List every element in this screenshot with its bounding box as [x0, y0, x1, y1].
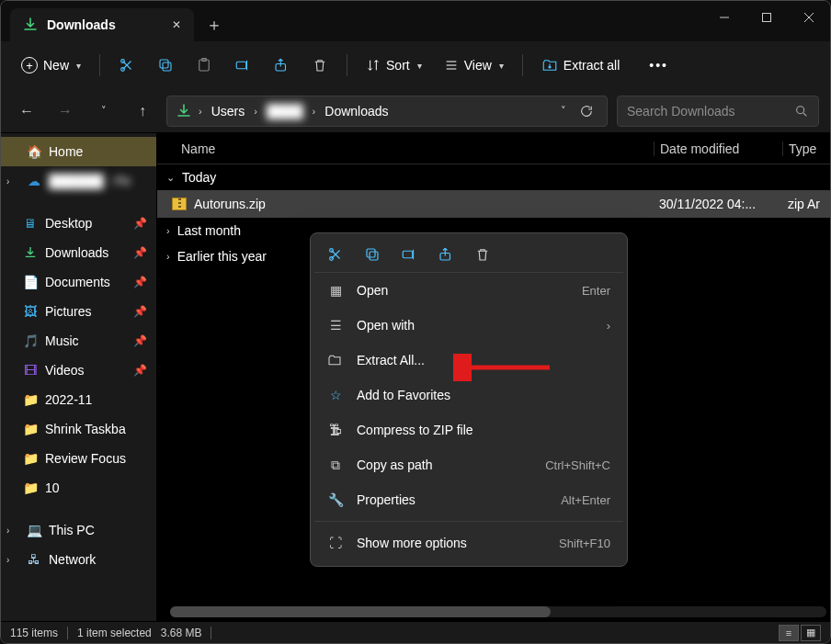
sidebar-item-documents[interactable]: 📄 Documents 📌 — [1, 267, 156, 297]
breadcrumb-user[interactable]: ████ — [261, 100, 309, 122]
chevron-down-icon: ▾ — [76, 61, 81, 71]
sort-button[interactable]: Sort ▾ — [357, 52, 431, 78]
scrollbar-thumb[interactable] — [170, 606, 551, 617]
close-window-button[interactable] — [788, 1, 830, 34]
sidebar-item-onedrive[interactable]: › ☁ ██████ - Pe — [1, 166, 156, 196]
star-icon: ☆ — [327, 388, 344, 402]
column-headers: Name Date modified Type — [157, 133, 830, 164]
ctx-extract-all[interactable]: Extract All... — [314, 343, 623, 378]
sidebar-item-pictures[interactable]: 🖼 Pictures 📌 — [1, 297, 156, 326]
more-button[interactable]: ••• — [640, 52, 677, 78]
music-icon: 🎵 — [23, 333, 38, 348]
open-icon: ▦ — [327, 283, 344, 298]
chevron-right-icon[interactable]: › — [199, 106, 202, 117]
chevron-right-icon[interactable]: › — [6, 525, 9, 536]
new-button[interactable]: + New ▾ — [12, 51, 90, 79]
chevron-down-icon[interactable]: ˅ — [561, 105, 566, 117]
sidebar-item-folder-1[interactable]: 📁 2022-11 — [1, 385, 156, 414]
column-date[interactable]: Date modified — [654, 141, 782, 156]
thumbnails-view-button[interactable]: ▦ — [801, 625, 821, 641]
chevron-right-icon: › — [607, 319, 610, 333]
new-tab-button[interactable]: ＋ — [198, 8, 231, 41]
tab-downloads[interactable]: Downloads ✕ — [10, 8, 194, 41]
chevron-down-icon: ▾ — [417, 61, 422, 71]
details-view-button[interactable]: ≡ — [779, 625, 799, 641]
cut-button[interactable] — [109, 51, 144, 79]
breadcrumb-downloads[interactable]: Downloads — [319, 100, 393, 122]
sidebar-item-folder-2[interactable]: 📁 Shrink Taskba — [1, 414, 156, 444]
downloads-icon — [173, 104, 195, 119]
sidebar-item-this-pc[interactable]: › 💻 This PC — [1, 515, 156, 545]
rename-button[interactable] — [225, 51, 260, 79]
view-button[interactable]: View ▾ — [435, 52, 513, 78]
plus-icon: + — [21, 57, 38, 73]
sidebar-item-music[interactable]: 🎵 Music 📌 — [1, 326, 156, 356]
chevron-right-icon[interactable]: › — [313, 106, 316, 117]
close-tab-icon[interactable]: ✕ — [172, 18, 181, 31]
column-name[interactable]: Name — [157, 141, 654, 156]
extract-icon — [541, 57, 558, 73]
copy-button[interactable] — [148, 51, 183, 79]
column-type[interactable]: Type — [782, 141, 830, 156]
breadcrumb-users[interactable]: Users — [206, 100, 251, 122]
copy-icon[interactable] — [364, 246, 381, 263]
status-selected: 1 item selected — [77, 627, 152, 639]
svg-rect-13 — [367, 249, 375, 257]
sidebar-item-network[interactable]: › 🖧 Network — [1, 545, 156, 574]
address-bar[interactable]: › Users › ████ › Downloads ˅ — [166, 96, 608, 127]
chevron-right-icon[interactable]: › — [6, 555, 9, 565]
share-button[interactable] — [264, 51, 299, 79]
network-icon: 🖧 — [27, 552, 41, 567]
refresh-button[interactable] — [579, 104, 594, 119]
zip-file-icon — [172, 198, 187, 210]
file-row[interactable]: Autoruns.zip 30/11/2022 04:... zip Ar — [157, 190, 830, 218]
forward-button[interactable]: → — [51, 96, 80, 126]
pin-icon: 📌 — [133, 334, 147, 347]
toolbar: + New ▾ Sort ▾ View ▾ Extrac — [1, 41, 830, 89]
chevron-down-icon: ▾ — [499, 61, 504, 71]
maximize-button[interactable] — [746, 1, 788, 34]
sidebar-item-desktop[interactable]: 🖥 Desktop 📌 — [1, 209, 156, 238]
extract-all-button[interactable]: Extract all — [532, 51, 629, 79]
sidebar-item-folder-3[interactable]: 📁 Review Focus — [1, 444, 156, 473]
sidebar-item-folder-4[interactable]: 📁 10 — [1, 473, 156, 503]
up-button[interactable]: ↑ — [128, 96, 157, 126]
share-icon[interactable] — [438, 246, 454, 263]
extract-icon — [327, 353, 344, 367]
svg-rect-1 — [763, 14, 771, 22]
horizontal-scrollbar[interactable] — [170, 606, 826, 617]
folder-icon: 📁 — [23, 451, 38, 466]
pin-icon: 📌 — [133, 364, 147, 377]
status-size: 3.68 MB — [161, 627, 202, 639]
ctx-open[interactable]: ▦ Open Enter — [314, 273, 623, 308]
ctx-open-with[interactable]: ☰ Open with › — [314, 308, 623, 343]
paste-button[interactable] — [187, 51, 222, 79]
rename-icon[interactable] — [401, 246, 417, 263]
chevron-right-icon[interactable]: › — [6, 176, 9, 186]
sidebar-item-downloads[interactable]: Downloads 📌 — [1, 238, 156, 267]
home-icon: 🏠 — [27, 144, 41, 159]
chevron-right-icon[interactable]: › — [254, 106, 257, 117]
recent-button[interactable]: ˅ — [89, 96, 119, 126]
sidebar-item-home[interactable]: 🏠 Home — [1, 137, 156, 166]
view-icon — [444, 58, 459, 73]
properties-icon: 🔧 — [327, 492, 344, 507]
group-today[interactable]: ⌄ Today — [157, 164, 830, 190]
minimize-button[interactable] — [703, 1, 746, 34]
cut-icon[interactable] — [327, 246, 344, 263]
delete-icon[interactable] — [474, 246, 491, 263]
ctx-copy-path[interactable]: ⧉ Copy as path Ctrl+Shift+C — [314, 447, 623, 482]
pictures-icon: 🖼 — [23, 304, 38, 319]
zip-icon: 🗜 — [327, 423, 344, 437]
sidebar-item-videos[interactable]: 🎞 Videos 📌 — [1, 356, 156, 385]
ctx-show-more[interactable]: ⛶ Show more options Shift+F10 — [314, 525, 623, 560]
titlebar: Downloads ✕ ＋ — [1, 1, 830, 41]
delete-button[interactable] — [302, 51, 337, 79]
nav-row: ← → ˅ ↑ › Users › ████ › Downloads ˅ Sea… — [1, 89, 830, 133]
ctx-properties[interactable]: 🔧 Properties Alt+Enter — [314, 482, 623, 517]
ctx-compress[interactable]: 🗜 Compress to ZIP file — [314, 412, 623, 447]
ctx-add-favorites[interactable]: ☆ Add to Favorites — [314, 378, 623, 412]
search-placeholder: Search Downloads — [627, 104, 735, 119]
back-button[interactable]: ← — [12, 96, 41, 126]
search-input[interactable]: Search Downloads — [617, 96, 819, 127]
